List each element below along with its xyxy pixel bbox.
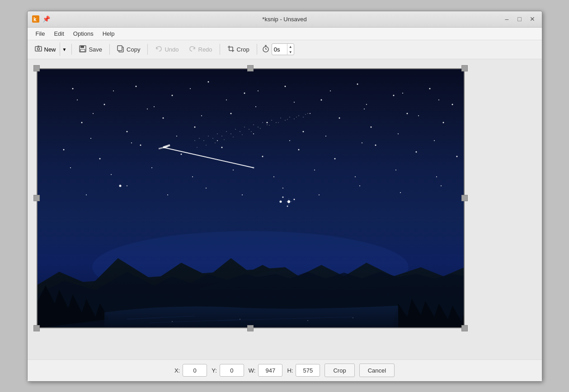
crop-button[interactable]: Crop bbox=[223, 43, 254, 56]
crop-handle-top-right[interactable] bbox=[461, 65, 468, 71]
divider-1 bbox=[71, 44, 72, 55]
close-button[interactable]: ✕ bbox=[527, 13, 538, 25]
redo-button[interactable]: Redo bbox=[184, 43, 217, 56]
svg-point-123 bbox=[276, 122, 277, 123]
svg-point-50 bbox=[221, 146, 222, 148]
window-title: *ksnip - Unsaved bbox=[262, 16, 306, 23]
w-label: W: bbox=[249, 367, 256, 374]
svg-point-160 bbox=[307, 320, 308, 321]
svg-point-90 bbox=[273, 176, 274, 177]
svg-point-121 bbox=[267, 124, 268, 125]
svg-point-39 bbox=[230, 113, 231, 114]
redo-label: Redo bbox=[198, 46, 212, 53]
crop-handle-top-center[interactable] bbox=[247, 65, 254, 71]
crop-icon bbox=[227, 45, 235, 54]
svg-point-26 bbox=[171, 94, 173, 96]
svg-point-124 bbox=[280, 118, 281, 118]
copy-button[interactable]: Copy bbox=[113, 43, 145, 56]
x-coord-group: X: bbox=[174, 364, 207, 377]
timer-icon bbox=[262, 45, 270, 54]
divider-2 bbox=[109, 44, 110, 55]
pin-icon: 📌 bbox=[43, 15, 50, 23]
w-coord-group: W: bbox=[249, 364, 283, 377]
svg-rect-2 bbox=[35, 47, 42, 51]
svg-point-98 bbox=[206, 188, 207, 189]
svg-point-52 bbox=[298, 149, 299, 150]
crop-handle-middle-left[interactable] bbox=[33, 195, 40, 201]
svg-point-108 bbox=[208, 136, 209, 137]
svg-point-116 bbox=[244, 127, 245, 128]
svg-point-143 bbox=[305, 114, 306, 115]
svg-point-139 bbox=[269, 125, 270, 126]
new-button-group[interactable]: New ▼ bbox=[31, 43, 69, 56]
svg-point-45 bbox=[442, 122, 444, 123]
window-controls: – □ ✕ bbox=[501, 13, 538, 25]
crop-handle-bottom-center[interactable] bbox=[247, 325, 254, 331]
undo-button[interactable]: Undo bbox=[150, 43, 183, 56]
menu-help[interactable]: Help bbox=[98, 29, 119, 38]
svg-point-33 bbox=[429, 88, 430, 89]
menubar: File Edit Options Help bbox=[28, 28, 542, 40]
svg-point-77 bbox=[176, 136, 177, 137]
svg-point-126 bbox=[289, 117, 290, 118]
h-coord-group: H: bbox=[287, 364, 320, 377]
save-button[interactable]: Save bbox=[75, 43, 107, 56]
svg-point-122 bbox=[271, 120, 272, 121]
new-dropdown-arrow[interactable]: ▼ bbox=[60, 43, 69, 56]
redo-icon bbox=[189, 45, 196, 54]
svg-point-132 bbox=[206, 145, 207, 146]
svg-point-29 bbox=[284, 85, 286, 87]
svg-point-119 bbox=[258, 127, 259, 128]
svg-point-134 bbox=[224, 139, 225, 140]
timer-arrows: ▲ ▼ bbox=[287, 44, 294, 55]
svg-point-36 bbox=[126, 131, 127, 132]
svg-point-73 bbox=[364, 109, 365, 109]
crop-handle-top-left[interactable] bbox=[33, 65, 40, 71]
x-input[interactable] bbox=[183, 364, 207, 377]
svg-point-47 bbox=[99, 158, 100, 159]
svg-point-82 bbox=[362, 142, 362, 143]
minimize-button[interactable]: – bbox=[501, 13, 513, 25]
timer-spinner[interactable]: 0s ▲ ▼ bbox=[272, 43, 294, 55]
save-label: Save bbox=[89, 46, 102, 53]
timer-up-button[interactable]: ▲ bbox=[287, 44, 294, 49]
svg-point-62 bbox=[258, 90, 259, 91]
svg-point-99 bbox=[242, 194, 243, 195]
screenshot-canvas[interactable] bbox=[37, 68, 465, 328]
svg-point-107 bbox=[203, 140, 204, 141]
svg-point-42 bbox=[339, 117, 340, 118]
y-input[interactable] bbox=[220, 364, 244, 377]
svg-point-145 bbox=[282, 196, 283, 198]
svg-point-88 bbox=[192, 176, 193, 177]
cancel-button[interactable]: Cancel bbox=[359, 364, 395, 377]
svg-point-131 bbox=[197, 147, 198, 148]
crop-handle-middle-right[interactable] bbox=[461, 195, 468, 201]
timer-group: 0s ▲ ▼ bbox=[262, 43, 294, 55]
menu-edit[interactable]: Edit bbox=[49, 29, 68, 38]
crop-action-button[interactable]: Crop bbox=[324, 364, 354, 377]
svg-rect-3 bbox=[38, 46, 39, 47]
svg-point-44 bbox=[406, 113, 408, 114]
svg-point-129 bbox=[303, 117, 304, 118]
svg-point-118 bbox=[253, 124, 254, 125]
svg-point-30 bbox=[320, 99, 322, 100]
svg-point-97 bbox=[167, 194, 168, 195]
y-label: Y: bbox=[212, 367, 217, 374]
menu-options[interactable]: Options bbox=[69, 29, 98, 38]
crop-handle-bottom-left[interactable] bbox=[33, 325, 40, 331]
svg-point-31 bbox=[357, 83, 358, 85]
crop-handle-bottom-right[interactable] bbox=[461, 325, 468, 331]
maximize-button[interactable]: □ bbox=[514, 13, 526, 25]
menu-file[interactable]: File bbox=[31, 29, 50, 38]
canvas-area bbox=[28, 59, 542, 359]
svg-point-41 bbox=[302, 131, 304, 132]
svg-point-94 bbox=[436, 176, 437, 177]
new-button-label: New bbox=[44, 46, 56, 53]
svg-point-68 bbox=[93, 113, 94, 114]
statusbar: X: Y: W: H: Crop Cancel bbox=[28, 359, 542, 381]
h-input[interactable] bbox=[296, 364, 320, 377]
w-input[interactable] bbox=[258, 364, 282, 377]
new-main-button[interactable]: New bbox=[31, 43, 60, 56]
svg-point-87 bbox=[151, 167, 152, 168]
timer-down-button[interactable]: ▼ bbox=[287, 49, 294, 55]
